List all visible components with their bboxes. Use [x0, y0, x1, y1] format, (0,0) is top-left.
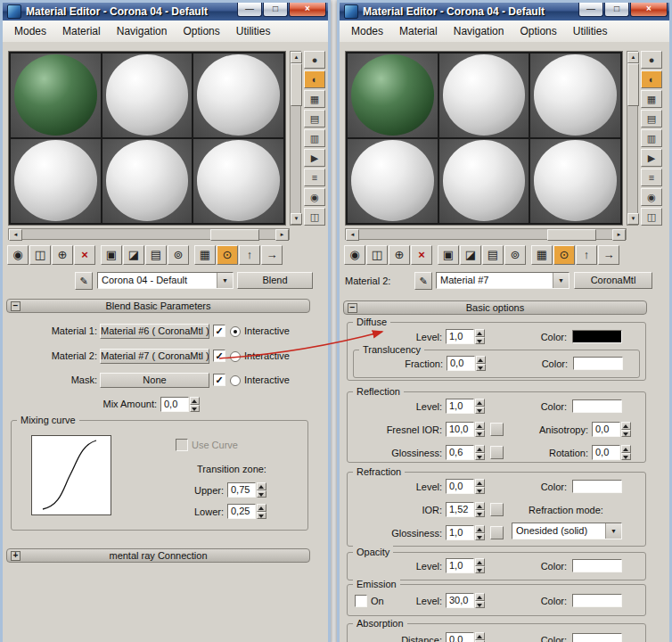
mix-amount-value[interactable]: 0,0	[160, 397, 189, 412]
pick-from-object-button[interactable]: ✎	[414, 272, 432, 290]
chevron-down-icon[interactable]: ▼	[605, 523, 621, 539]
close-button[interactable]: ×	[630, 3, 668, 17]
make-preview-button[interactable]: ▶	[641, 149, 662, 167]
material-slot[interactable]	[530, 54, 620, 137]
go-forward-sibling-button[interactable]: →	[261, 245, 283, 265]
menu-options[interactable]: Options	[512, 21, 564, 41]
refraction-level-spinner[interactable]: 0,0	[446, 479, 485, 494]
emission-level-spinner[interactable]: 30,0	[446, 593, 485, 608]
mask-interactive-radio[interactable]	[230, 375, 241, 386]
scroll-down-icon[interactable]: ▼	[627, 213, 639, 225]
menu-utilities[interactable]: Utilities	[228, 21, 279, 41]
spinner-arrows-icon[interactable]	[621, 422, 631, 437]
make-unique-button[interactable]: ◪	[123, 245, 144, 265]
material-name-dropdown[interactable]: Corona 04 - Default ▼	[97, 272, 234, 289]
spinner-arrows-icon[interactable]	[257, 482, 266, 498]
make-material-copy-button[interactable]: ▣	[101, 245, 122, 265]
reflection-glossiness-value[interactable]: 0,6	[446, 445, 474, 460]
material-slot[interactable]	[193, 139, 283, 223]
reflection-glossiness-map-button[interactable]	[490, 446, 504, 459]
maximize-button[interactable]: □	[604, 3, 629, 17]
scroll-right-icon[interactable]: ►	[275, 229, 289, 241]
put-material-to-scene-button[interactable]: ◫	[366, 245, 388, 265]
refraction-color-swatch[interactable]	[572, 480, 622, 493]
spinner-arrows-icon[interactable]	[475, 558, 485, 573]
show-map-in-viewport-button[interactable]: ▦	[531, 245, 553, 265]
material-map-navigator-button[interactable]: ◫	[304, 208, 325, 226]
show-map-in-viewport-button[interactable]: ▦	[194, 245, 216, 265]
use-curve-checkbox[interactable]	[176, 439, 188, 451]
close-button[interactable]: ×	[289, 3, 326, 17]
scroll-left-icon[interactable]: ◄	[346, 229, 359, 241]
material-2-button[interactable]: Material #7 ( CoronaMtl )	[100, 349, 209, 364]
chevron-down-icon[interactable]: ▼	[553, 273, 569, 288]
spinner-arrows-icon[interactable]	[475, 593, 485, 608]
material-slot-active[interactable]	[348, 54, 438, 137]
material-slot-active[interactable]	[11, 54, 101, 137]
reflection-level-spinner[interactable]: 1,0	[446, 399, 485, 414]
ior-value[interactable]: 1,52	[446, 502, 474, 517]
sample-uv-tiling-button[interactable]: ▤	[641, 110, 662, 128]
material-slot[interactable]	[530, 139, 620, 223]
backlight-button[interactable]: ◐	[304, 70, 325, 88]
backlight-button[interactable]: ◐	[641, 70, 662, 88]
scroll-right-icon[interactable]: ►	[612, 229, 626, 241]
anisotropy-spinner[interactable]: 0,0	[592, 422, 631, 437]
spinner-arrows-icon[interactable]	[475, 479, 485, 494]
anisotropy-value[interactable]: 0,0	[592, 422, 620, 437]
refraction-mode-dropdown[interactable]: Onesided (solid) ▼	[512, 523, 622, 539]
lower-spinner[interactable]: 0,25	[227, 504, 266, 519]
fresnel-ior-value[interactable]: 10,0	[446, 422, 474, 437]
minimize-button[interactable]: —	[237, 3, 262, 17]
spinner-arrows-icon[interactable]	[190, 397, 200, 412]
material-slot[interactable]	[439, 139, 529, 223]
go-to-parent-button[interactable]: ↑	[239, 245, 260, 265]
refraction-glossiness-spinner[interactable]: 1,0	[446, 525, 485, 540]
scroll-up-icon[interactable]: ▲	[627, 52, 639, 63]
mask-button[interactable]: None	[100, 373, 209, 388]
menu-options[interactable]: Options	[175, 21, 227, 41]
sample-type-button[interactable]: ●	[641, 51, 662, 69]
go-to-parent-button[interactable]: ↑	[576, 245, 597, 265]
absorption-distance-value[interactable]: 0,0	[446, 632, 474, 642]
put-material-to-scene-button[interactable]: ◫	[29, 245, 51, 265]
spinner-arrows-icon[interactable]	[257, 504, 266, 519]
select-by-material-button[interactable]: ◉	[641, 188, 662, 206]
refraction-glossiness-value[interactable]: 1,0	[446, 525, 474, 540]
material-slot[interactable]	[439, 54, 529, 137]
spinner-arrows-icon[interactable]	[475, 525, 485, 540]
rollout-blend-basic-parameters[interactable]: − Blend Basic Parameters	[6, 299, 310, 313]
diffuse-color-swatch[interactable]	[572, 330, 622, 343]
translucency-fraction-spinner[interactable]: 0,0	[447, 356, 486, 371]
menu-utilities[interactable]: Utilities	[565, 21, 616, 41]
emission-color-swatch[interactable]	[572, 594, 622, 607]
fresnel-ior-map-button[interactable]	[490, 423, 504, 436]
assign-material-to-selection-button[interactable]: ⊕	[52, 245, 73, 265]
make-unique-button[interactable]: ◪	[460, 245, 481, 265]
select-by-material-button[interactable]: ◉	[304, 188, 325, 206]
scroll-up-icon[interactable]: ▲	[291, 52, 302, 63]
go-forward-sibling-button[interactable]: →	[598, 245, 619, 265]
material-2-enable-checkbox[interactable]: ✓	[213, 350, 225, 362]
scrollbar-thumb[interactable]	[210, 229, 259, 241]
menu-modes[interactable]: Modes	[343, 21, 391, 41]
sample-uv-tiling-button[interactable]: ▤	[304, 110, 325, 128]
make-preview-button[interactable]: ▶	[304, 149, 325, 167]
options-button[interactable]: ≡	[304, 169, 325, 186]
scrollbar-thumb[interactable]	[291, 63, 302, 106]
scroll-down-icon[interactable]: ▼	[291, 213, 302, 225]
ior-spinner[interactable]: 1,52	[446, 502, 485, 517]
material-slot[interactable]	[193, 54, 283, 137]
options-button[interactable]: ≡	[641, 169, 662, 186]
diffuse-level-value[interactable]: 1,0	[446, 329, 474, 344]
translucency-fraction-value[interactable]: 0,0	[447, 356, 475, 371]
video-color-check-button[interactable]: ▥	[641, 129, 662, 147]
menu-material[interactable]: Material	[54, 21, 109, 41]
material-map-navigator-button[interactable]: ◫	[641, 208, 662, 226]
refraction-level-value[interactable]: 0,0	[446, 479, 474, 494]
show-end-result-button[interactable]: ⊙	[553, 245, 575, 265]
menu-modes[interactable]: Modes	[6, 21, 54, 41]
spinner-arrows-icon[interactable]	[476, 356, 486, 371]
show-end-result-button[interactable]: ⊙	[217, 245, 238, 265]
translucency-color-swatch[interactable]	[573, 357, 623, 370]
